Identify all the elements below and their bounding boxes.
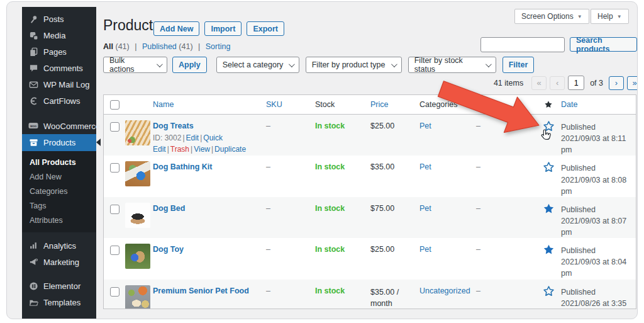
sidebar-item-cartflows[interactable]: CartFlows [22, 93, 96, 109]
sidebar-item-analytics[interactable]: Analytics [22, 237, 96, 254]
sidebar-item-label: Marketing [43, 258, 79, 267]
featured-star-toggle[interactable] [536, 280, 561, 297]
total-pages-label: of 3 [590, 79, 603, 88]
search-input[interactable] [480, 37, 565, 52]
product-name-link[interactable]: Premium Senior Pet Food [153, 286, 249, 295]
featured-star-toggle[interactable] [536, 156, 561, 173]
mail-icon [28, 79, 38, 89]
view-sorting[interactable]: Sorting [206, 42, 231, 51]
row-checkbox[interactable] [110, 122, 119, 132]
active-menu-arrow [96, 139, 101, 146]
current-page-input[interactable] [568, 76, 584, 90]
sidebar-item-categories[interactable]: Categories [30, 184, 96, 199]
price-cell: $35.00 [370, 156, 419, 171]
product-thumbnail[interactable] [125, 285, 150, 310]
stock-cell: In stock [315, 238, 370, 254]
star-filled-icon [543, 244, 555, 256]
product-type-filter-select[interactable]: Filter by product type [306, 57, 402, 73]
chevron-down-icon [157, 61, 163, 67]
screen-options-button[interactable]: Screen Options ▼ [514, 9, 589, 24]
pagination: 41 items « ‹ of 3 › » [103, 76, 638, 90]
filter-button[interactable]: Filter [502, 57, 535, 73]
cartflows-icon [28, 96, 38, 106]
pages-icon [28, 47, 38, 57]
row-checkbox[interactable] [110, 205, 119, 214]
sidebar-item-label: Posts [43, 14, 64, 24]
star-outline-icon [543, 285, 555, 297]
product-thumbnail[interactable] [125, 203, 150, 228]
stock-status-filter-select[interactable]: Filter by stock status [408, 57, 496, 73]
export-button[interactable]: Export [247, 21, 284, 36]
row-checkbox[interactable] [110, 246, 119, 255]
featured-star-toggle[interactable] [536, 197, 561, 215]
add-new-button[interactable]: Add New [153, 21, 199, 36]
page-title: Products [103, 17, 160, 34]
category-link[interactable]: Pet [419, 245, 431, 254]
next-page-button[interactable]: › [609, 76, 624, 90]
sort-by-date[interactable]: Date [561, 100, 577, 109]
elementor-icon [28, 281, 38, 291]
admin-window: Posts Media Pages Comments WP Mail Log C… [6, 1, 638, 319]
sidebar-item-add-new[interactable]: Add New [30, 170, 96, 184]
product-name-link[interactable]: Dog Toy [153, 245, 184, 254]
trash-link[interactable]: Trash [170, 145, 189, 154]
sort-by-name[interactable]: Name [153, 100, 174, 109]
publish-status: Published [561, 246, 596, 255]
sidebar-item-all-products[interactable]: All Products [30, 156, 96, 170]
sidebar-item-media[interactable]: Media [22, 27, 96, 43]
sidebar-item-products[interactable]: Products [22, 134, 96, 151]
sidebar-item-wp-mail-log[interactable]: WP Mail Log [22, 76, 96, 93]
sidebar-item-tags[interactable]: Tags [30, 199, 96, 213]
first-page-button[interactable]: « [531, 76, 547, 90]
apply-button[interactable]: Apply [172, 57, 207, 73]
import-button[interactable]: Import [204, 21, 242, 36]
screen-options-label: Screen Options [521, 12, 574, 21]
stock-cell: In stock [315, 115, 370, 130]
publish-status: Published [561, 123, 596, 132]
view-published-count: (41) [179, 42, 192, 51]
sidebar-item-templates[interactable]: Templates [22, 294, 96, 310]
star-icon [544, 100, 553, 109]
view-link[interactable]: View [194, 145, 210, 154]
product-thumbnail[interactable] [125, 244, 150, 269]
comment-icon [28, 63, 38, 73]
sort-by-sku[interactable]: SKU [266, 100, 282, 109]
featured-star-toggle[interactable] [536, 238, 561, 256]
prev-page-button[interactable]: ‹ [550, 76, 565, 90]
sidebar-item-pages[interactable]: Pages [22, 43, 96, 60]
view-published[interactable]: Published [142, 42, 177, 51]
row-checkbox[interactable] [110, 287, 119, 297]
edit-link[interactable]: Edit [186, 133, 199, 142]
category-link[interactable]: Uncategorized [419, 286, 470, 295]
sidebar-item-posts[interactable]: Posts [22, 11, 96, 27]
category-link[interactable]: Pet [419, 204, 431, 213]
bulk-actions-select[interactable]: Bulk actions [103, 57, 167, 73]
sidebar-item-elementor[interactable]: Elementor [22, 278, 96, 294]
help-button[interactable]: Help ▼ [591, 9, 629, 24]
tags-cell: – [476, 156, 536, 171]
duplicate-link[interactable]: Duplicate [214, 145, 246, 154]
row-checkbox[interactable] [110, 163, 119, 173]
last-page-button[interactable]: » [627, 76, 638, 90]
sidebar-item-marketing[interactable]: Marketing [22, 254, 96, 270]
sidebar-item-comments[interactable]: Comments [22, 60, 96, 76]
category-link[interactable]: Pet [419, 122, 431, 130]
tags-cell: – [476, 280, 536, 295]
featured-star-toggle[interactable] [536, 115, 561, 132]
sku-cell: – [266, 156, 315, 171]
category-link[interactable]: Pet [419, 162, 431, 171]
product-name-link[interactable]: Dog Treats [153, 122, 194, 130]
view-all[interactable]: All [103, 42, 113, 51]
product-thumbnail[interactable] [125, 161, 150, 186]
search-products-button[interactable]: Search products [570, 37, 637, 52]
category-filter-select[interactable]: Select a category [216, 57, 299, 73]
table-row: Dog Bed – In stock $75.00 Pet – Publishe… [104, 197, 636, 238]
star-outline-icon [543, 161, 555, 173]
product-thumbnail[interactable] [125, 120, 150, 145]
sidebar-item-attributes[interactable]: Attributes [30, 213, 96, 228]
product-name-link[interactable]: Dog Bathing Kit [153, 162, 212, 171]
select-all-checkbox[interactable] [110, 100, 119, 110]
sort-by-price[interactable]: Price [370, 100, 388, 109]
sidebar-item-woocommerce[interactable]: woo WooCommerce [22, 118, 96, 134]
product-name-link[interactable]: Dog Bed [153, 204, 185, 213]
